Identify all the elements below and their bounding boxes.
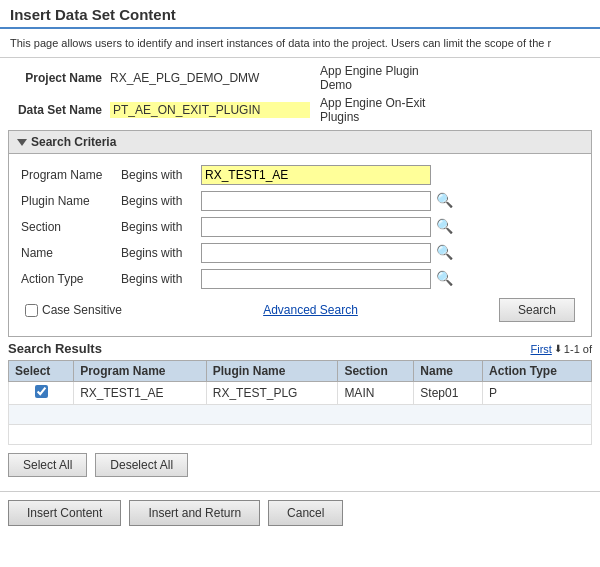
plugin-name-input[interactable] bbox=[201, 191, 431, 211]
results-table: Select Program Name Plugin Name Section … bbox=[8, 360, 592, 445]
search-criteria-body: Program Name Begins with Plugin Name Beg… bbox=[8, 154, 592, 337]
search-criteria-header[interactable]: Search Criteria bbox=[8, 130, 592, 154]
name-search-icon[interactable]: 🔍 bbox=[434, 244, 455, 260]
criteria-op-0: Begins with bbox=[117, 162, 197, 188]
criteria-row-1: Plugin Name Begins with 🔍 bbox=[17, 188, 583, 214]
row-program-name: RX_TEST1_AE bbox=[74, 382, 207, 405]
action-type-search-icon[interactable]: 🔍 bbox=[434, 270, 455, 286]
select-all-button[interactable]: Select All bbox=[8, 453, 87, 477]
page-description: This page allows users to identify and i… bbox=[0, 29, 600, 58]
search-criteria-title: Search Criteria bbox=[31, 135, 116, 149]
empty-row-1 bbox=[9, 405, 592, 425]
dataset-name-label: Data Set Name bbox=[10, 103, 110, 117]
criteria-label-3: Name bbox=[17, 240, 117, 266]
criteria-row-0: Program Name Begins with bbox=[17, 162, 583, 188]
criteria-op-3: Begins with bbox=[117, 240, 197, 266]
pagination-info: First ⬇ 1-1 of bbox=[530, 343, 592, 355]
row-action-type: P bbox=[483, 382, 592, 405]
criteria-label-2: Section bbox=[17, 214, 117, 240]
row-checkbox[interactable] bbox=[35, 385, 48, 398]
case-sensitive-text: Case Sensitive bbox=[42, 303, 122, 317]
col-select: Select bbox=[9, 361, 74, 382]
results-header-row: Select Program Name Plugin Name Section … bbox=[9, 361, 592, 382]
plugin-name-search-icon[interactable]: 🔍 bbox=[434, 192, 455, 208]
project-name-value: RX_AE_PLG_DEMO_DMW bbox=[110, 71, 310, 85]
criteria-input-cell-2: 🔍 bbox=[197, 214, 583, 240]
project-name-label: Project Name bbox=[10, 71, 110, 85]
collapse-icon bbox=[17, 139, 27, 146]
section-search-icon[interactable]: 🔍 bbox=[434, 218, 455, 234]
criteria-input-cell-1: 🔍 bbox=[197, 188, 583, 214]
action-type-input[interactable] bbox=[201, 269, 431, 289]
deselect-all-button[interactable]: Deselect All bbox=[95, 453, 188, 477]
criteria-op-4: Begins with bbox=[117, 266, 197, 292]
criteria-row-4: Action Type Begins with 🔍 bbox=[17, 266, 583, 292]
case-sensitive-checkbox[interactable] bbox=[25, 304, 38, 317]
case-sensitive-label[interactable]: Case Sensitive bbox=[25, 303, 122, 317]
col-section: Section bbox=[338, 361, 414, 382]
criteria-op-2: Begins with bbox=[117, 214, 197, 240]
col-plugin-name: Plugin Name bbox=[206, 361, 338, 382]
program-name-input[interactable] bbox=[201, 165, 431, 185]
meta-section: Project Name RX_AE_PLG_DEMO_DMW App Engi… bbox=[0, 58, 600, 130]
criteria-label-1: Plugin Name bbox=[17, 188, 117, 214]
search-results-header: Search Results First ⬇ 1-1 of bbox=[0, 337, 600, 360]
dataset-desc: App Engine On-Exit Plugins bbox=[320, 96, 430, 124]
criteria-table: Program Name Begins with Plugin Name Beg… bbox=[17, 162, 583, 292]
row-select-cell bbox=[9, 382, 74, 405]
criteria-label-4: Action Type bbox=[17, 266, 117, 292]
pagination-icon: ⬇ bbox=[554, 343, 562, 354]
insert-return-button[interactable]: Insert and Return bbox=[129, 500, 260, 526]
bottom-actions: Insert Content Insert and Return Cancel bbox=[0, 491, 600, 534]
row-plugin-name: RX_TEST_PLG bbox=[206, 382, 338, 405]
dataset-name-value: PT_AE_ON_EXIT_PLUGIN bbox=[110, 102, 310, 118]
insert-content-button[interactable]: Insert Content bbox=[8, 500, 121, 526]
search-results-title: Search Results bbox=[8, 341, 102, 356]
select-deselect-row: Select All Deselect All bbox=[0, 445, 600, 485]
first-page-label[interactable]: First bbox=[530, 343, 551, 355]
advanced-search-link[interactable]: Advanced Search bbox=[263, 303, 358, 317]
criteria-input-cell-4: 🔍 bbox=[197, 266, 583, 292]
empty-row-2 bbox=[9, 425, 592, 445]
criteria-bottom-bar: Case Sensitive Advanced Search Search bbox=[17, 292, 583, 328]
col-program-name: Program Name bbox=[74, 361, 207, 382]
criteria-op-1: Begins with bbox=[117, 188, 197, 214]
criteria-input-cell-3: 🔍 bbox=[197, 240, 583, 266]
criteria-row-2: Section Begins with 🔍 bbox=[17, 214, 583, 240]
criteria-label-0: Program Name bbox=[17, 162, 117, 188]
pagination-range: 1-1 of bbox=[564, 343, 592, 355]
page-title: Insert Data Set Content bbox=[10, 6, 176, 23]
project-desc: App Engine Plugin Demo bbox=[320, 64, 430, 92]
cancel-button[interactable]: Cancel bbox=[268, 500, 343, 526]
col-action-type: Action Type bbox=[483, 361, 592, 382]
name-input[interactable] bbox=[201, 243, 431, 263]
page-header: Insert Data Set Content bbox=[0, 0, 600, 29]
row-name: Step01 bbox=[414, 382, 483, 405]
criteria-row-3: Name Begins with 🔍 bbox=[17, 240, 583, 266]
criteria-input-cell-0 bbox=[197, 162, 583, 188]
table-row: RX_TEST1_AE RX_TEST_PLG MAIN Step01 P bbox=[9, 382, 592, 405]
search-button[interactable]: Search bbox=[499, 298, 575, 322]
col-name: Name bbox=[414, 361, 483, 382]
row-section: MAIN bbox=[338, 382, 414, 405]
section-input[interactable] bbox=[201, 217, 431, 237]
